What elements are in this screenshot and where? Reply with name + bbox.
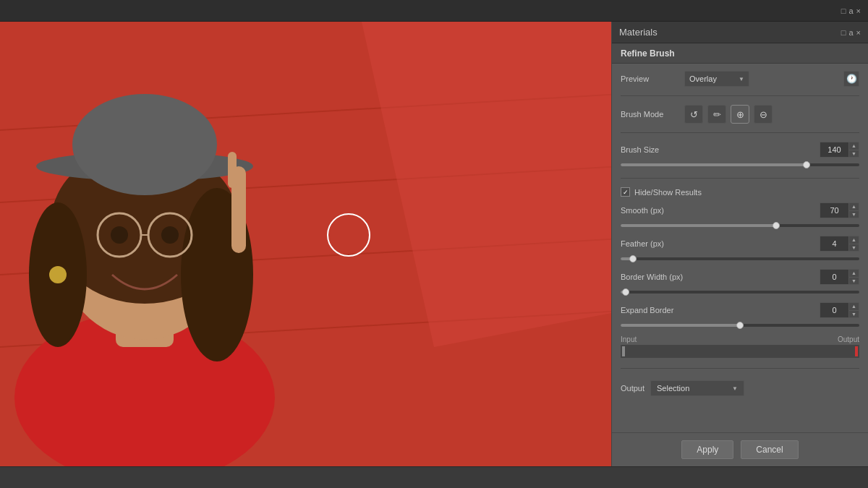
canvas-area[interactable] — [0, 22, 611, 466]
smooth-fill — [621, 224, 776, 227]
panel-close-icon[interactable]: × — [856, 28, 861, 37]
app-container: □ a × — [0, 0, 868, 488]
brush-mode-row: Brush Mode ↺ ✏ ⊕ ⊖ — [621, 105, 859, 124]
materials-bar: Materials □ a × — [612, 22, 868, 43]
divider-4 — [621, 368, 859, 369]
border-width-up[interactable]: ▲ — [849, 270, 859, 278]
divider-2 — [621, 132, 859, 133]
svg-rect-21 — [228, 152, 237, 188]
border-width-input[interactable]: 0 ▲ ▼ — [820, 269, 859, 285]
expand-border-input[interactable]: 0 ▲ ▼ — [820, 302, 859, 318]
brush-size-fill — [621, 163, 807, 166]
brush-size-value: 140 — [820, 142, 848, 157]
expand-border-up[interactable]: ▲ — [849, 303, 859, 311]
brush-mode-btn-2[interactable]: ✏ — [707, 105, 726, 124]
smooth-input[interactable]: 70 ▲ ▼ — [820, 202, 859, 218]
preview-bar — [621, 345, 859, 358]
smooth-thumb — [773, 222, 780, 229]
preview-dropdown[interactable]: Overlay ▼ — [684, 71, 749, 87]
smooth-label: Smooth (px) — [621, 206, 664, 215]
expand-border-value: 0 — [820, 303, 848, 317]
panel-min-icon[interactable]: □ — [841, 28, 846, 37]
expand-border-label-row: Expand Border 0 ▲ ▼ — [621, 302, 859, 318]
top-bar: □ a × — [0, 0, 868, 22]
brush-size-dn[interactable]: ▼ — [849, 150, 859, 158]
brush-mode-label: Brush Mode — [621, 110, 678, 119]
feather-label: Feather (px) — [621, 239, 664, 248]
smooth-dn[interactable]: ▼ — [849, 211, 859, 218]
output-preview-label: Output — [838, 335, 859, 343]
panel-area: Materials □ a × Refine Brush Preview Ove… — [611, 22, 868, 466]
brush-size-arrows: ▲ ▼ — [848, 142, 859, 157]
brush-size-up[interactable]: ▲ — [849, 142, 859, 150]
brush-size-section: Brush Size 140 ▲ ▼ — [621, 142, 859, 169]
smooth-up[interactable]: ▲ — [849, 203, 859, 211]
brush-mode-buttons: ↺ ✏ ⊕ ⊖ — [684, 105, 773, 124]
brush-mode-btn-add[interactable]: ⊕ — [731, 105, 749, 124]
brush-size-label-row: Brush Size 140 ▲ ▼ — [621, 142, 859, 158]
feather-value: 4 — [820, 236, 848, 251]
hide-show-row: ✓ Hide/Show Results — [621, 187, 859, 197]
border-width-slider[interactable] — [621, 291, 859, 294]
output-dropdown-value: Selection — [657, 384, 689, 393]
feather-section: Feather (px) 4 ▲ ▼ — [621, 236, 859, 263]
materials-title: Materials — [619, 27, 658, 38]
border-width-dn[interactable]: ▼ — [849, 278, 859, 285]
brush-mode-btn-1[interactable]: ↺ — [684, 105, 703, 124]
panel-a-icon[interactable]: a — [848, 28, 853, 37]
brush-size-label: Brush Size — [621, 145, 659, 154]
preview-output-indicator — [855, 346, 858, 356]
cancel-button[interactable]: Cancel — [741, 440, 798, 459]
main-area: Materials □ a × Refine Brush Preview Ove… — [0, 22, 868, 466]
smooth-section: Smooth (px) 70 ▲ ▼ — [621, 202, 859, 230]
output-dropdown-arrow: ▼ — [732, 385, 738, 392]
expand-border-section: Expand Border 0 ▲ ▼ — [621, 302, 859, 330]
feather-input[interactable]: 4 ▲ ▼ — [820, 236, 859, 252]
border-width-label-row: Border Width (px) 0 ▲ ▼ — [621, 269, 859, 285]
expand-border-thumb — [736, 322, 744, 329]
border-width-arrows: ▲ ▼ — [848, 270, 859, 284]
border-width-value: 0 — [820, 270, 848, 284]
input-label: Input — [621, 335, 637, 343]
apply-button[interactable]: Apply — [681, 440, 733, 459]
feather-up[interactable]: ▲ — [849, 236, 859, 244]
feather-label-row: Feather (px) 4 ▲ ▼ — [621, 236, 859, 252]
brush-circle — [327, 213, 370, 257]
feather-dn[interactable]: ▼ — [849, 244, 859, 252]
close-btn[interactable]: × — [856, 7, 861, 15]
photo-svg — [0, 22, 611, 466]
brush-mode-btn-subtract[interactable]: ⊖ — [754, 105, 773, 124]
svg-point-13 — [72, 94, 217, 195]
expand-border-fill — [621, 324, 740, 327]
preview-label: Preview — [621, 74, 678, 83]
expand-border-slider[interactable] — [621, 324, 859, 327]
brush-size-input[interactable]: 140 ▲ ▼ — [820, 142, 859, 158]
float-btn[interactable]: a — [848, 7, 853, 15]
feather-arrows: ▲ ▼ — [848, 236, 859, 251]
expand-border-label: Expand Border — [621, 306, 673, 314]
panel-window-controls: □ a × — [841, 28, 861, 37]
refine-brush-header: Refine Brush — [612, 43, 868, 64]
smooth-label-row: Smooth (px) 70 ▲ ▼ — [621, 202, 859, 218]
io-preview-section: Input Output — [621, 335, 859, 359]
expand-border-dn[interactable]: ▼ — [849, 311, 859, 318]
border-width-section: Border Width (px) 0 ▲ ▼ — [621, 269, 859, 296]
brush-size-slider[interactable] — [621, 163, 859, 166]
feather-slider[interactable] — [621, 257, 859, 260]
io-labels: Input Output — [621, 335, 859, 343]
panel-content: Preview Overlay ▼ 🕐 Brush Mode ↺ ✏ ⊕ — [612, 64, 868, 432]
smooth-arrows: ▲ ▼ — [848, 203, 859, 218]
smooth-value: 70 — [820, 203, 848, 218]
hide-show-checkbox[interactable]: ✓ — [621, 187, 630, 197]
output-dropdown[interactable]: Selection ▼ — [650, 380, 744, 396]
panel-footer: Apply Cancel — [612, 432, 868, 466]
svg-point-18 — [161, 226, 179, 244]
clock-button[interactable]: 🕐 — [843, 71, 859, 87]
minimize-btn[interactable]: □ — [841, 7, 846, 15]
expand-border-arrows: ▲ ▼ — [848, 303, 859, 317]
output-label: Output — [621, 384, 644, 393]
preview-input-indicator — [622, 346, 625, 356]
window-controls: □ a × — [841, 7, 861, 15]
smooth-slider[interactable] — [621, 224, 859, 227]
preview-dropdown-arrow: ▼ — [739, 76, 744, 82]
